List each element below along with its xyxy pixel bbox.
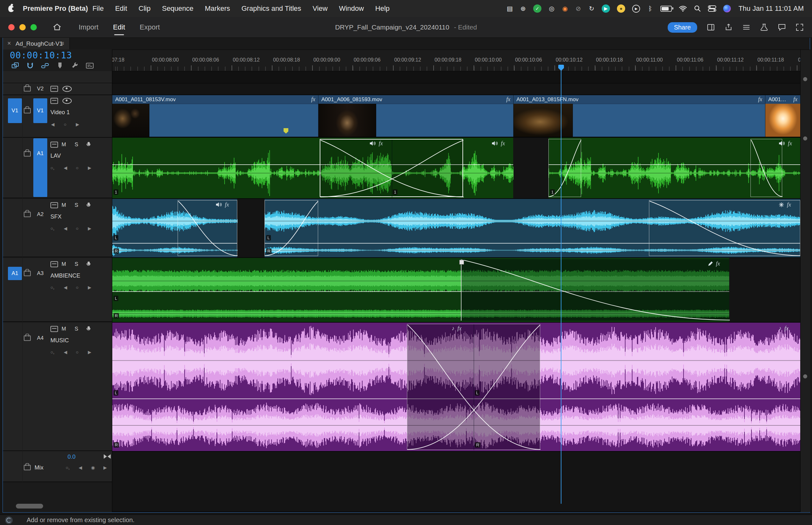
mix-level-value[interactable]: 0.0 bbox=[67, 454, 75, 460]
tab-export[interactable]: Export bbox=[139, 23, 160, 31]
play-circle-icon[interactable]: ▶ bbox=[632, 5, 640, 13]
audio-fade-in[interactable] bbox=[265, 200, 318, 256]
keyframe-toggle-icon[interactable]: ○, bbox=[50, 349, 54, 355]
menubar-clock[interactable]: Thu Jan 11 11:01 AM bbox=[738, 4, 804, 13]
mute-button[interactable]: M bbox=[60, 202, 67, 208]
home-icon[interactable] bbox=[52, 23, 62, 32]
panel-menu-icon[interactable]: ≡ bbox=[61, 40, 64, 47]
scrollbar-dot[interactable] bbox=[803, 136, 807, 140]
zoom-window-button[interactable] bbox=[30, 24, 37, 30]
menu-edit[interactable]: Edit bbox=[115, 4, 127, 13]
menu-graphics-and-titles[interactable]: Graphics and Titles bbox=[241, 4, 301, 13]
sync-lock-icon[interactable] bbox=[50, 142, 58, 148]
next-keyframe-icon[interactable]: ▶ bbox=[88, 226, 91, 231]
pointer-app-icon[interactable]: ▶ bbox=[602, 4, 610, 13]
add-keyframe-icon[interactable]: ○ bbox=[76, 226, 78, 231]
menu-sequence[interactable]: Sequence bbox=[162, 4, 194, 13]
stacked-panels-icon[interactable] bbox=[742, 23, 750, 31]
close-window-button[interactable] bbox=[8, 24, 15, 30]
solo-button[interactable]: S bbox=[73, 141, 80, 148]
sync-lock-icon[interactable] bbox=[50, 86, 58, 92]
playhead-line[interactable] bbox=[561, 71, 561, 504]
lock-icon[interactable] bbox=[24, 86, 31, 92]
sequence-tab-label[interactable]: Ad_RoughCut-V1 bbox=[16, 40, 63, 47]
tab-edit[interactable]: Edit bbox=[113, 23, 125, 31]
scrollbar-dot[interactable] bbox=[803, 77, 807, 81]
current-timecode[interactable]: 00:00:10:13 bbox=[10, 50, 72, 61]
close-panel-icon[interactable]: × bbox=[7, 40, 11, 47]
timeline-display-settings-icon[interactable] bbox=[71, 62, 79, 70]
sync-lock-icon[interactable] bbox=[50, 202, 58, 208]
time-ruler[interactable]: 07:1800:00:08:0000:00:08:0600:00:08:1200… bbox=[112, 49, 800, 71]
voiceover-mic-icon[interactable] bbox=[87, 262, 90, 267]
meeting-check-icon[interactable]: ✓ bbox=[533, 4, 541, 13]
captions-icon[interactable] bbox=[86, 62, 94, 70]
sync-status-icon[interactable] bbox=[5, 516, 13, 524]
mute-button[interactable]: M bbox=[60, 261, 67, 267]
audio-fade-out[interactable] bbox=[178, 200, 237, 256]
track-select-a4[interactable]: A4 bbox=[33, 335, 47, 341]
quick-export-icon[interactable] bbox=[724, 23, 733, 31]
prev-keyframe-icon[interactable]: ◀ bbox=[64, 165, 67, 170]
audio-fade-in[interactable] bbox=[548, 139, 581, 197]
add-keyframe-icon[interactable]: ○ bbox=[76, 165, 78, 170]
zoom-disabled-icon[interactable]: ⊘ bbox=[575, 4, 582, 13]
record-app-icon[interactable]: ◉ bbox=[562, 4, 568, 13]
track-name-mix[interactable]: Mix bbox=[34, 464, 43, 471]
work-area-bar[interactable] bbox=[112, 71, 800, 84]
lock-icon[interactable] bbox=[24, 212, 31, 217]
spotlight-icon[interactable] bbox=[694, 4, 701, 13]
add-keyframe-icon[interactable]: ◉ bbox=[91, 465, 95, 470]
track-name-a4[interactable]: MUSIC bbox=[50, 337, 69, 344]
prev-keyframe-icon[interactable]: ◀ bbox=[64, 226, 67, 231]
add-keyframe-icon[interactable]: ○ bbox=[76, 285, 78, 290]
mic-app-icon[interactable]: ● bbox=[617, 4, 625, 13]
prev-keyframe-icon[interactable]: ◀ bbox=[64, 285, 67, 290]
sync-lock-icon[interactable] bbox=[50, 261, 58, 267]
menu-view[interactable]: View bbox=[313, 4, 328, 13]
next-keyframe-icon[interactable]: ▶ bbox=[88, 349, 91, 355]
next-keyframe-icon[interactable]: ▶ bbox=[88, 165, 91, 170]
fullscreen-icon[interactable] bbox=[796, 23, 804, 31]
camera-app-icon[interactable]: ◎ bbox=[548, 4, 555, 13]
keyframe-toggle-icon[interactable]: ○, bbox=[50, 226, 54, 231]
track-select-a1[interactable]: A1 bbox=[33, 138, 47, 197]
sync-lock-icon[interactable] bbox=[50, 326, 58, 332]
fade-handle[interactable] bbox=[459, 260, 464, 265]
mute-button[interactable]: M bbox=[60, 141, 67, 148]
audio-fade-out-long[interactable] bbox=[461, 259, 729, 321]
nested-sequence-icon[interactable] bbox=[11, 62, 19, 70]
menu-file[interactable]: File bbox=[92, 4, 103, 13]
screen-mirroring-icon[interactable]: ▤ bbox=[507, 4, 513, 13]
next-keyframe-icon[interactable]: ▶ bbox=[88, 285, 91, 290]
prev-keyframe-icon[interactable]: ◀ bbox=[64, 349, 67, 355]
minimize-window-button[interactable] bbox=[19, 24, 26, 30]
comments-icon[interactable] bbox=[778, 23, 786, 31]
network-globe-icon[interactable]: ⊕ bbox=[520, 4, 526, 13]
mute-button[interactable]: M bbox=[60, 326, 67, 332]
scrollbar-dot[interactable] bbox=[803, 374, 807, 378]
video-clip[interactable]: A001_A013_0815FN.movfx bbox=[513, 95, 765, 137]
audio-fade-out[interactable] bbox=[750, 139, 782, 197]
next-keyframe-icon[interactable]: ▶ bbox=[76, 122, 79, 127]
track-select-a3[interactable]: A3 bbox=[33, 270, 47, 276]
add-keyframe-icon[interactable]: ○ bbox=[76, 349, 78, 355]
linked-selection-icon[interactable] bbox=[41, 62, 49, 70]
voiceover-mic-icon[interactable] bbox=[87, 203, 90, 208]
keyframe-toggle-icon[interactable]: ○, bbox=[66, 465, 70, 470]
audio-fade-cross[interactable] bbox=[407, 324, 540, 450]
menu-help[interactable]: Help bbox=[375, 4, 390, 13]
track-name-a1[interactable]: LAV bbox=[50, 153, 61, 159]
horizontal-scrollbar[interactable] bbox=[16, 504, 43, 509]
solo-button[interactable]: S bbox=[73, 261, 80, 267]
video-clip[interactable]: A001_A006_081593.movfx bbox=[318, 95, 513, 137]
beaker-icon[interactable] bbox=[760, 23, 768, 31]
add-keyframe-icon[interactable]: ○ bbox=[64, 122, 66, 127]
prev-keyframe-icon[interactable]: ◀ bbox=[51, 122, 55, 127]
share-button[interactable]: Share bbox=[668, 22, 697, 33]
next-keyframe-icon[interactable]: ▶ bbox=[103, 465, 107, 470]
vertical-scrollbar[interactable] bbox=[800, 49, 810, 512]
audio-fade-out[interactable] bbox=[649, 200, 800, 256]
workspace-icon[interactable] bbox=[707, 23, 715, 31]
lock-icon[interactable] bbox=[24, 108, 31, 114]
